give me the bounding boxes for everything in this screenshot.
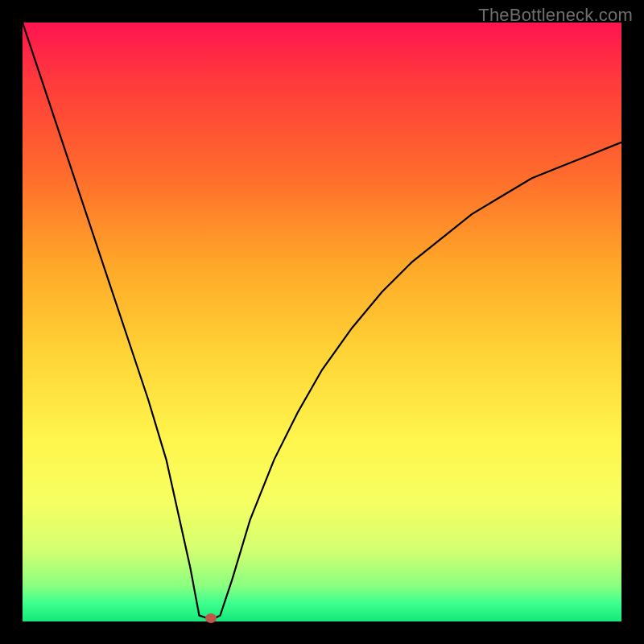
curve-svg: [23, 23, 621, 621]
chart-frame: TheBottleneck.com: [0, 0, 644, 644]
plot-area: [23, 23, 621, 621]
bottleneck-curve: [23, 23, 621, 618]
min-point-marker: [205, 613, 217, 623]
